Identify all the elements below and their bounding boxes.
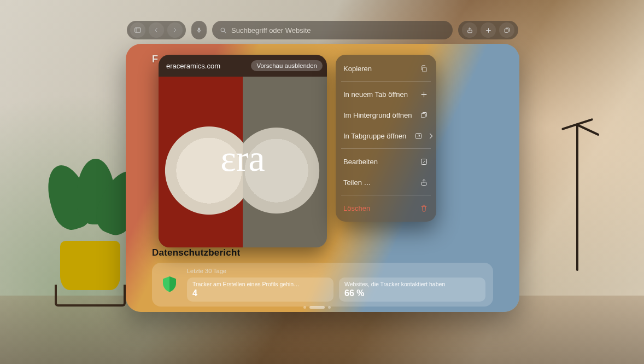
tile-label: Websites, die Tracker kontaktiert haben <box>344 281 480 287</box>
link-preview-panel: eraceramics.com Vorschau ausblenden εra <box>159 55 327 247</box>
toolbar-nav-group <box>127 21 186 39</box>
search-icon <box>220 27 227 34</box>
new-tab-button[interactable] <box>481 22 496 38</box>
menu-item-open-new-tab[interactable]: In neuem Tab öffnen <box>339 84 433 105</box>
menu-item-open-tabgroup[interactable]: In Tabgruppe öffnen <box>339 125 433 146</box>
menu-item-copy[interactable]: Kopieren <box>339 58 433 79</box>
hide-preview-button[interactable]: Vorschau ausblenden <box>251 60 323 71</box>
menu-label: Kopieren <box>343 65 372 73</box>
preview-header: eraceramics.com Vorschau ausblenden <box>159 55 327 77</box>
menu-separator <box>341 81 431 82</box>
privacy-tile-websites[interactable]: Websites, die Tracker kontaktiert haben … <box>339 278 485 302</box>
plus-icon <box>419 89 429 99</box>
svg-point-3 <box>221 28 225 32</box>
privacy-period: Letzte 30 Tage <box>187 268 485 274</box>
chevron-left-icon <box>153 27 160 33</box>
privacy-report-card[interactable]: Letzte 30 Tage Tracker am Erstellen eine… <box>152 263 493 307</box>
plant <box>38 164 137 307</box>
tabs-icon <box>504 27 511 34</box>
section-heading-partial: F <box>152 54 158 65</box>
tile-value: 66 % <box>344 288 480 298</box>
share-icon <box>466 27 473 34</box>
menu-separator <box>341 148 431 149</box>
menu-item-share[interactable]: Teilen … <box>339 172 433 193</box>
svg-rect-6 <box>505 28 508 32</box>
voice-search-button[interactable] <box>191 21 207 39</box>
menu-item-open-background[interactable]: Im Hintergrund öffnen <box>339 105 433 125</box>
preview-logo-text: εra <box>159 137 327 180</box>
svg-rect-2 <box>198 28 200 31</box>
forward-button[interactable] <box>167 22 183 38</box>
menu-item-delete[interactable]: Löschen <box>339 198 433 218</box>
back-button[interactable] <box>149 22 164 38</box>
browser-toolbar: Suchbegriff oder Website <box>127 21 518 39</box>
toolbar-actions-group <box>458 21 518 39</box>
pencil-icon <box>419 157 429 166</box>
sidebar-icon <box>134 26 142 34</box>
menu-label: Löschen <box>343 204 370 212</box>
chevron-right-icon <box>172 27 178 33</box>
share-button[interactable] <box>462 22 477 38</box>
sidebar-toggle-button[interactable] <box>130 22 145 38</box>
microphone-icon <box>196 26 202 34</box>
menu-item-edit[interactable]: Bearbeiten <box>339 151 433 172</box>
menu-label: In neuem Tab öffnen <box>343 90 408 99</box>
svg-rect-7 <box>423 67 426 72</box>
menu-label: Teilen … <box>343 178 371 187</box>
menu-label: Bearbeiten <box>343 158 378 166</box>
tile-label: Tracker am Erstellen eines Profils gehin… <box>192 281 328 287</box>
copy-icon <box>419 63 429 73</box>
tile-value: 4 <box>192 288 328 298</box>
page-indicator[interactable] <box>303 305 342 309</box>
shield-icon <box>160 275 179 294</box>
trash-icon <box>419 203 429 213</box>
plus-icon <box>485 27 492 34</box>
svg-rect-8 <box>421 113 425 118</box>
open-external-icon <box>413 131 423 141</box>
privacy-tile-trackers[interactable]: Tracker am Erstellen eines Profils gehin… <box>187 278 333 302</box>
menu-label: In Tabgruppe öffnen <box>343 132 406 140</box>
tabs-overview-button[interactable] <box>499 22 514 38</box>
context-menu: Kopieren In neuem Tab öffnen Im Hintergr… <box>336 55 436 222</box>
coat-rack <box>576 123 578 271</box>
svg-line-4 <box>224 31 226 33</box>
address-placeholder: Suchbegriff oder Website <box>231 26 311 34</box>
svg-rect-0 <box>135 28 141 32</box>
privacy-report-title: Datenschutzbericht <box>152 247 240 258</box>
share-icon <box>419 177 429 187</box>
privacy-details: Letzte 30 Tage Tracker am Erstellen eine… <box>187 268 485 302</box>
tabs-icon <box>419 110 429 120</box>
menu-label: Im Hintergrund öffnen <box>343 111 412 119</box>
address-bar[interactable]: Suchbegriff oder Website <box>212 21 453 39</box>
preview-domain: eraceramics.com <box>166 62 220 70</box>
menu-separator <box>341 195 431 195</box>
